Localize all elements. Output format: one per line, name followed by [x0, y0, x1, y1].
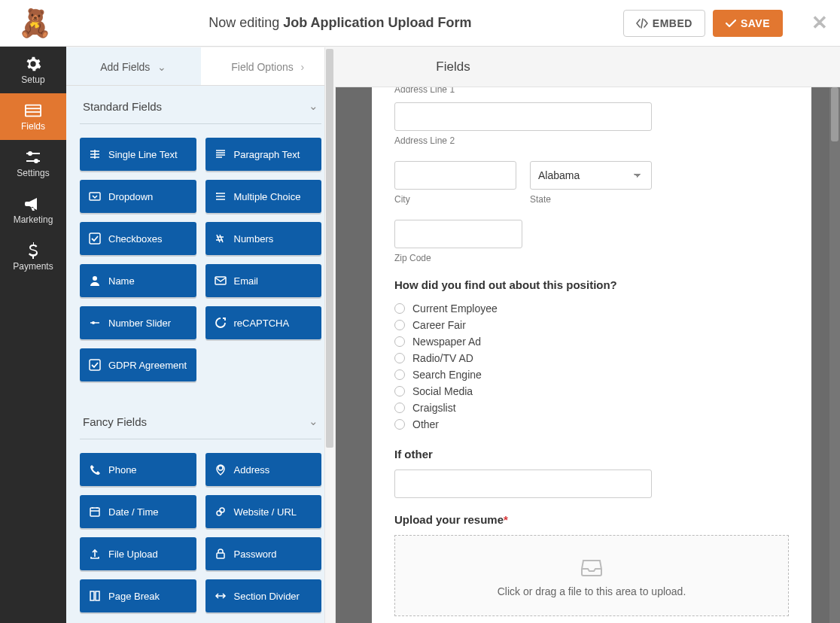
radio-option-career-fair[interactable]: Career Fair [394, 317, 789, 333]
field-name[interactable]: Name [80, 264, 196, 297]
field-label: Website / URL [234, 506, 297, 518]
paragraph-text-icon [215, 148, 227, 160]
check-icon [726, 19, 736, 28]
sidebar-item-label: Marketing [14, 214, 53, 225]
sliders-icon [25, 149, 41, 166]
radio-icon [394, 320, 405, 330]
field-checkboxes[interactable]: Checkboxes [80, 222, 196, 255]
field-label: reCAPTCHA [234, 318, 290, 329]
radio-label: Newspaper Ad [412, 336, 481, 348]
sidebar-item-settings[interactable]: Settings [0, 140, 66, 187]
svg-point-12 [92, 321, 95, 324]
input-address-line-2[interactable] [394, 102, 652, 131]
section-standard-fields[interactable]: Standard Fields ⌄ [80, 86, 321, 124]
recaptcha-icon [215, 317, 227, 329]
section-label: Standard Fields [83, 100, 162, 113]
sidebar: Setup Fields Settings Marketing Payments [0, 47, 66, 623]
form-icon [25, 102, 41, 119]
sidebar-item-fields[interactable]: Fields [0, 93, 66, 140]
inbox-icon [581, 558, 602, 576]
sidebar-item-marketing[interactable]: Marketing [0, 187, 66, 233]
embed-label: EMBED [653, 17, 692, 29]
input-if-other[interactable] [394, 470, 652, 498]
radio-option-other[interactable]: Other [394, 416, 789, 433]
label-address-line-1: Address Line 1 [394, 87, 789, 95]
field-label: Password [234, 549, 277, 560]
svg-point-6 [35, 160, 38, 163]
panel-scrollbar[interactable] [324, 47, 335, 623]
address-icon [215, 463, 227, 476]
radio-option-search-engine[interactable]: Search Engine [394, 366, 789, 383]
field-numbers[interactable]: Numbers [205, 222, 322, 255]
save-button[interactable]: SAVE [713, 10, 783, 37]
field-paragraph-text[interactable]: Paragraph Text [205, 138, 322, 171]
field-date-time[interactable]: Date / Time [80, 495, 196, 528]
radio-option-radio-tv-ad[interactable]: Radio/TV AD [394, 350, 789, 366]
email-icon [215, 275, 227, 287]
field-label: Section Divider [234, 591, 300, 602]
sidebar-item-payments[interactable]: Payments [0, 233, 66, 280]
input-zip[interactable] [394, 220, 522, 248]
radio-label: Current Employee [412, 302, 498, 315]
password-icon [215, 548, 227, 560]
field-label: Name [108, 275, 135, 287]
field-multiple-choice[interactable]: Multiple Choice [205, 180, 322, 213]
radio-option-craigslist[interactable]: Craigslist [394, 400, 789, 416]
upload-resume-dropzone[interactable]: Click or drag a file to this area to upl… [394, 535, 789, 616]
field-phone[interactable]: Phone [80, 453, 196, 486]
field-section-divider[interactable]: Section Divider [205, 579, 322, 612]
required-asterisk: * [504, 513, 508, 526]
field-label: Single Line Text [108, 149, 178, 160]
radio-option-current-employee[interactable]: Current Employee [394, 300, 789, 317]
radio-icon [394, 353, 405, 363]
input-city[interactable] [394, 161, 516, 190]
svg-rect-13 [90, 360, 100, 370]
tab-field-options[interactable]: Field Options › [201, 47, 336, 85]
field-page-break[interactable]: Page Break [80, 579, 196, 612]
field-label: Email [234, 275, 259, 287]
radio-label: Search Engine [412, 369, 482, 381]
section-fancy-fields[interactable]: Fancy Fields ⌄ [80, 401, 321, 439]
field-label: Address [234, 464, 270, 476]
bullhorn-icon [25, 196, 41, 212]
radio-icon [394, 303, 405, 314]
radio-icon [394, 419, 405, 430]
save-label: SAVE [741, 17, 770, 29]
label-address-line-2: Address Line 2 [394, 135, 789, 146]
radio-option-social-media[interactable]: Social Media [394, 383, 789, 400]
field-email[interactable]: Email [205, 264, 322, 297]
field-label: File Upload [108, 549, 158, 560]
preview-scrollbar[interactable] [829, 87, 840, 623]
field-label: Multiple Choice [234, 191, 301, 202]
sidebar-item-setup[interactable]: Setup [0, 47, 66, 93]
file-upload-icon [89, 548, 101, 560]
svg-point-8 [216, 193, 218, 194]
number-slider-icon [89, 317, 101, 329]
radio-icon [394, 369, 405, 380]
field-password[interactable]: Password [205, 537, 322, 570]
code-icon [636, 18, 648, 29]
chevron-down-icon: ⌄ [157, 61, 166, 73]
radio-label: Career Fair [412, 319, 466, 331]
select-state[interactable]: Alabama [530, 161, 652, 190]
tab-label: Field Options [231, 61, 293, 73]
field-recaptcha[interactable]: reCAPTCHA [205, 306, 322, 339]
field-file-upload[interactable]: File Upload [80, 537, 196, 570]
close-icon[interactable]: ✕ [811, 11, 828, 35]
field-address[interactable]: Address [205, 453, 322, 486]
field-gdpr-agreement[interactable]: GDPR Agreement [80, 348, 196, 381]
sidebar-item-label: Fields [21, 121, 45, 132]
svg-rect-9 [90, 233, 100, 244]
chevron-right-icon: › [301, 61, 305, 73]
form-name: Job Application Upload Form [283, 15, 471, 30]
radio-option-newspaper-ad[interactable]: Newspaper Ad [394, 333, 789, 350]
field-number-slider[interactable]: Number Slider [80, 306, 196, 339]
tab-add-fields[interactable]: Add Fields ⌄ [66, 47, 201, 85]
editing-prefix: Now editing [208, 15, 283, 30]
field-single-line-text[interactable]: Single Line Text [80, 138, 196, 171]
embed-button[interactable]: EMBED [623, 10, 705, 37]
field-dropdown[interactable]: Dropdown [80, 180, 196, 213]
svg-rect-19 [90, 591, 94, 600]
svg-rect-0 [26, 105, 41, 116]
field-website-url[interactable]: Website / URL [205, 495, 322, 528]
